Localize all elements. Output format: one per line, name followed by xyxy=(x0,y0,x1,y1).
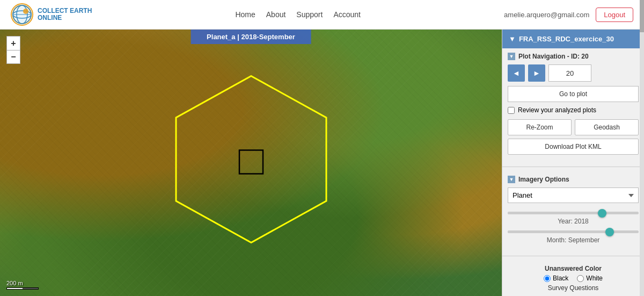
month-slider-container: Month: September xyxy=(508,230,639,244)
plot-nav-label: Plot Navigation - ID: 20 xyxy=(518,53,589,60)
zoom-in-button[interactable]: + xyxy=(6,36,20,50)
black-radio-label: Black xyxy=(544,275,568,282)
header-right: amelie.arquero@gmail.com Logout xyxy=(504,8,633,22)
action-btn-row: Re-Zoom Geodash xyxy=(508,119,639,135)
plot-navigation-section: ▼ Plot Navigation - ID: 20 ◄ ► Go to plo… xyxy=(502,48,644,164)
center-rectangle xyxy=(239,150,263,174)
hexagon-shape xyxy=(176,76,326,243)
panel-title-arrow: ▼ xyxy=(509,35,516,43)
geodash-button[interactable]: Geodash xyxy=(575,119,639,135)
logout-button[interactable]: Logout xyxy=(596,8,633,22)
nav-about[interactable]: About xyxy=(266,10,286,19)
plot-nav-arrow: ▼ xyxy=(508,53,515,60)
month-slider-fill xyxy=(508,230,610,233)
white-radio-label: White xyxy=(577,275,603,282)
imagery-arrow: ▼ xyxy=(508,176,515,183)
year-slider-container: Year: 2018 xyxy=(508,212,639,225)
review-label: Review your analyzed plots xyxy=(518,106,596,114)
divider-1 xyxy=(502,167,644,167)
imagery-select[interactable]: Planet Sentinel-1 Sentinel-2 Landsat-8 xyxy=(508,187,639,203)
main-content: Planet_a | 2018-September + − 200 m ▼ FR… xyxy=(0,30,644,296)
imagery-section: ▼ Imagery Options Planet Sentinel-1 Sent… xyxy=(502,171,644,254)
nav-support[interactable]: Support xyxy=(296,10,323,19)
review-check: Review your analyzed plots xyxy=(508,106,639,114)
divider-2 xyxy=(502,256,644,256)
survey-questions-title: Survey Questions xyxy=(508,284,639,292)
black-radio-text: Black xyxy=(553,275,568,282)
header: COLLECT EARTH ONLINE Home About Support … xyxy=(0,0,644,30)
year-slider-label: Year: 2018 xyxy=(508,218,639,225)
year-slider-track xyxy=(508,212,639,214)
rezoom-button[interactable]: Re-Zoom xyxy=(508,119,572,135)
year-slider-fill xyxy=(508,212,602,214)
color-radio-group: Black White xyxy=(508,275,639,282)
nav: Home About Support Account xyxy=(235,10,361,19)
white-radio[interactable] xyxy=(577,275,584,282)
logo-line2: ONLINE xyxy=(38,15,92,21)
hex-overlay xyxy=(149,60,353,266)
goto-plot-button[interactable]: Go to plot xyxy=(508,86,639,102)
scale-label: 200 m xyxy=(6,280,23,286)
plot-nav-header: ▼ Plot Navigation - ID: 20 xyxy=(508,53,639,60)
logo-icon xyxy=(11,3,33,26)
map-area: Planet_a | 2018-September + − 200 m xyxy=(0,30,502,296)
unanswered-section: Unanswered Color Black White Survey Ques… xyxy=(502,261,644,296)
month-slider-thumb[interactable] xyxy=(605,228,614,236)
scale-bar: 200 m xyxy=(6,280,39,290)
plot-id-input[interactable] xyxy=(548,64,591,82)
nav-controls: ◄ ► xyxy=(508,64,639,82)
imagery-label: Imagery Options xyxy=(518,176,569,183)
user-email: amelie.arquero@gmail.com xyxy=(504,11,589,19)
nav-home[interactable]: Home xyxy=(235,10,255,19)
download-kml-button[interactable]: Download Plot KML xyxy=(508,139,639,155)
scale-line xyxy=(6,287,39,290)
map-label: Planet_a | 2018-September xyxy=(191,30,311,44)
white-radio-text: White xyxy=(586,275,603,282)
scroll-thumb[interactable] xyxy=(640,30,644,32)
nav-account[interactable]: Account xyxy=(333,10,361,19)
scroll-indicator xyxy=(640,30,644,296)
next-plot-button[interactable]: ► xyxy=(528,64,545,82)
prev-plot-button[interactable]: ◄ xyxy=(508,64,525,82)
panel-title: ▼ FRA_RSS_RDC_exercice_30 xyxy=(502,30,644,48)
logo-text: COLLECT EARTH ONLINE xyxy=(38,8,92,21)
logo-area: COLLECT EARTH ONLINE xyxy=(11,3,92,26)
unanswered-title: Unanswered Color xyxy=(508,265,639,272)
svg-point-5 xyxy=(23,9,28,14)
panel-title-text: FRA_RSS_RDC_exercice_30 xyxy=(519,35,614,43)
imagery-section-header: ▼ Imagery Options xyxy=(508,176,639,183)
black-radio[interactable] xyxy=(544,275,551,282)
month-slider-label: Month: September xyxy=(508,236,639,244)
right-panel: ▼ FRA_RSS_RDC_exercice_30 ▼ Plot Navigat… xyxy=(502,30,644,296)
month-slider-track xyxy=(508,230,639,233)
year-slider-thumb[interactable] xyxy=(598,209,606,218)
zoom-out-button[interactable]: − xyxy=(6,50,20,64)
hexagon-svg xyxy=(149,60,353,264)
review-checkbox[interactable] xyxy=(508,107,515,114)
zoom-controls: + − xyxy=(6,36,20,64)
